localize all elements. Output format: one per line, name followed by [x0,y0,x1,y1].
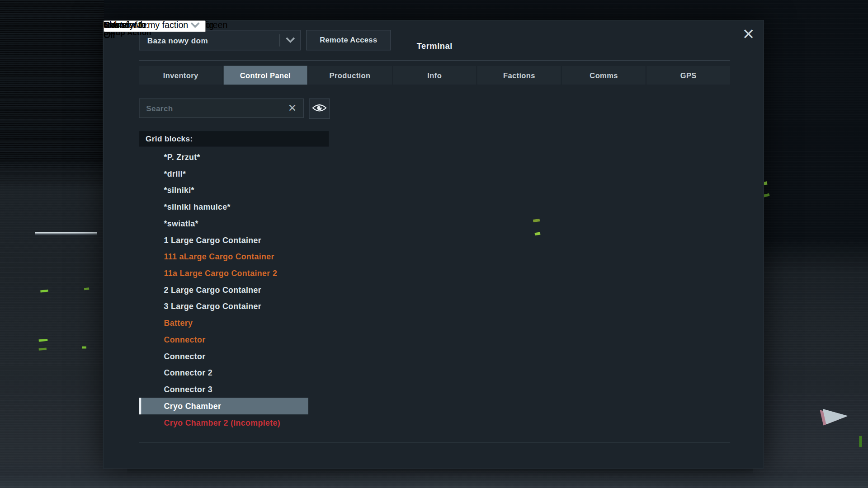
block-label: *silniki* [164,186,194,195]
tab-production[interactable]: Production [308,66,392,85]
block-icon [146,285,156,295]
block-icon [146,235,156,245]
block-row[interactable]: 2 Large Cargo Container [139,282,308,298]
block-row[interactable]: Battery [139,315,308,332]
glitch-green [533,219,540,222]
block-icon [146,218,156,229]
block-row[interactable]: *drill* [139,165,308,182]
search-input[interactable] [139,99,304,118]
block-label: *silniki hamulce* [164,202,230,211]
block-label: *drill* [164,169,186,178]
visibility-eye-button[interactable] [309,99,330,119]
glitch-white-line [35,232,97,234]
block-row[interactable]: 111 aLarge Cargo Container [139,249,308,265]
block-label: *P. Zrzut* [164,153,200,162]
search-box: ✕ [139,99,304,118]
block-label: 3 Large Cargo Container [164,302,261,311]
glitch-green [534,232,540,235]
tab-comms[interactable]: Comms [562,66,646,85]
block-row[interactable]: *silniki* [139,182,308,199]
block-row[interactable]: Cryo Chamber [139,398,308,414]
block-icon [146,202,156,212]
block-row[interactable]: *silniki hamulce* [139,199,308,216]
tab-factions[interactable]: Factions [477,66,561,85]
glitch-green [859,436,862,447]
block-label: Cryo Chamber 2 (incomplete) [164,418,280,427]
block-icon [146,185,156,196]
page-title: Terminal [139,41,730,51]
divider [139,443,730,443]
chevron-down-icon [191,20,200,30]
clear-search-icon[interactable]: ✕ [285,99,300,118]
close-icon[interactable]: ✕ [739,25,758,44]
tab-bar: InventoryControl PanelProductionInfoFact… [139,66,730,85]
block-icon [146,334,156,345]
block-icon [146,384,156,394]
terminal-dialog: ✕ Baza nowy dom Remote Access Terminal I… [103,20,764,469]
tab-inventory[interactable]: Inventory [139,66,222,85]
block-icon [146,368,156,378]
block-icon [146,301,156,312]
block-icon [146,268,156,278]
block-label: 2 Large Cargo Container [164,286,261,295]
block-icon [146,418,156,428]
block-icon [146,252,156,262]
glitch-green [82,347,86,349]
block-label: 111 aLarge Cargo Container [164,252,274,261]
divider [139,60,730,61]
screen: ✕ Baza nowy dom Remote Access Terminal I… [0,0,868,488]
block-label: Connector 3 [164,385,212,394]
block-icon [146,152,156,162]
block-label: Cryo Chamber [164,402,221,411]
block-label: Connector [164,335,205,344]
planet-right [753,238,868,488]
block-icon [146,401,156,411]
tab-info[interactable]: Info [393,66,476,85]
block-icon [146,351,156,361]
block-row[interactable]: *swiatla* [139,215,308,232]
eye-icon [312,103,327,114]
tab-control-panel[interactable]: Control Panel [224,66,307,85]
block-row[interactable]: 11a Large Cargo Container 2 [139,265,308,282]
block-list: *P. Zrzut**drill**silniki**silniki hamul… [139,146,308,432]
block-label: 11a Large Cargo Container 2 [164,269,277,278]
block-row[interactable]: Connector [139,348,308,365]
share-with-faction-dropdown[interactable]: Share with my faction [104,20,200,30]
tab-gps[interactable]: GPS [646,66,730,85]
block-label: *swiatla* [164,219,198,228]
block-row[interactable]: 3 Large Cargo Container [139,298,308,315]
share-with-faction-label: Share with my faction [104,20,188,30]
block-label: 1 Large Cargo Container [164,236,261,245]
block-list-header: Grid blocks: [139,131,329,146]
block-row[interactable]: 1 Large Cargo Container [139,232,308,249]
block-row[interactable]: Connector [139,331,308,348]
block-row[interactable]: Cryo Chamber 2 (incomplete) [139,414,308,431]
block-icon [146,169,156,179]
block-icon [146,318,156,328]
block-row[interactable]: *P. Zrzut* [139,149,308,165]
block-label: Battery [164,319,193,328]
block-row[interactable]: Connector 3 [139,381,308,398]
block-row[interactable]: Connector 2 [139,365,308,381]
block-label: Connector 2 [164,369,212,378]
block-label: Connector [164,352,205,361]
